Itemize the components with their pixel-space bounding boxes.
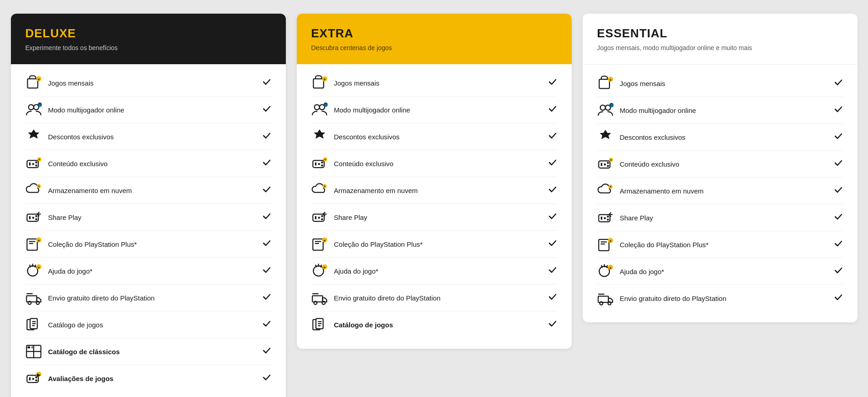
icon-shareplay <box>25 209 42 225</box>
icon-shipping <box>311 290 328 306</box>
icon-exclusive-content: + <box>25 155 42 172</box>
svg-point-52 <box>35 379 37 382</box>
svg-text:+: + <box>323 239 325 243</box>
feature-row: Catálogo de jogos <box>25 311 271 338</box>
svg-point-90 <box>322 301 325 305</box>
svg-rect-78 <box>315 241 321 242</box>
icon-catalog <box>25 316 42 333</box>
feature-row: Catálogo de jogos <box>311 311 557 338</box>
card-header-essential: ESSENTIALJogos mensais, modo multijogado… <box>583 14 858 65</box>
feature-row: Envio gratuito direto do PlayStation <box>311 285 557 311</box>
svg-point-76 <box>321 218 323 220</box>
feature-label: Armazenamento em nuvem <box>334 187 418 194</box>
svg-rect-79 <box>315 243 319 244</box>
feature-left: + Conteúdo exclusivo <box>25 155 108 172</box>
check-icon <box>834 266 843 277</box>
plan-title-deluxe: DELUXE <box>25 26 271 41</box>
svg-point-132 <box>599 302 603 305</box>
feature-left: Envio gratuito direto do PlayStation <box>311 290 441 306</box>
svg-point-82 <box>313 266 324 276</box>
feature-label: Modo multijogador online <box>48 106 125 114</box>
feature-row: + Jogos mensais <box>311 70 557 97</box>
check-icon <box>262 265 271 277</box>
check-icon <box>834 239 843 250</box>
feature-label: Conteúdo exclusivo <box>48 160 108 168</box>
feature-left: 🌐 Modo multijogador online <box>25 102 125 118</box>
feature-label: Envio gratuito direto do PlayStation <box>48 294 155 302</box>
card-header-extra: EXTRADescubra centenas de jogos <box>297 14 572 64</box>
check-icon <box>548 185 557 196</box>
check-icon <box>262 239 271 250</box>
feature-row: + Conteúdo exclusivo <box>597 151 843 178</box>
feature-left: + Ajuda do jogo* <box>597 263 665 280</box>
icon-shipping <box>25 290 42 306</box>
svg-point-110 <box>607 165 609 167</box>
check-icon <box>548 104 557 116</box>
check-icon <box>548 292 557 304</box>
icon-shareplay <box>311 209 328 225</box>
svg-rect-18 <box>29 216 30 219</box>
svg-rect-107 <box>600 163 602 166</box>
feature-left: + Jogos mensais <box>311 75 380 91</box>
svg-rect-131 <box>598 296 609 303</box>
feature-label: Conteúdo exclusivo <box>334 160 394 168</box>
svg-point-74 <box>318 217 320 219</box>
check-icon <box>262 373 271 384</box>
svg-text:▶: ▶ <box>37 372 41 377</box>
svg-point-109 <box>607 162 609 164</box>
svg-rect-23 <box>29 241 35 242</box>
feature-row: Share Play <box>597 204 843 231</box>
cards-container: DELUXEExperimente todos os benefícios + … <box>11 14 858 397</box>
icon-shipping <box>597 290 614 306</box>
svg-text:+: + <box>609 185 611 189</box>
feature-left: + Jogos mensais <box>25 75 94 91</box>
feature-label: Avaliações de jogos <box>48 375 114 382</box>
svg-marker-62 <box>314 129 325 138</box>
feature-row: + Ajuda do jogo* <box>311 258 557 285</box>
svg-text:🌐: 🌐 <box>609 103 614 107</box>
icon-game-help: + <box>597 263 614 280</box>
svg-rect-24 <box>29 243 33 244</box>
feature-label: Share Play <box>48 214 81 221</box>
icon-game-help: + <box>311 263 328 279</box>
icon-multiplayer: 🌐 <box>25 102 42 118</box>
svg-rect-122 <box>600 244 604 244</box>
check-icon <box>262 212 271 223</box>
feature-left: + Jogos mensais <box>597 75 665 92</box>
feature-row: Share Play <box>311 204 557 231</box>
svg-point-108 <box>604 163 606 166</box>
svg-point-118 <box>607 216 609 218</box>
svg-rect-47 <box>31 346 32 349</box>
feature-row: Descontos exclusivos <box>311 123 557 150</box>
feature-row: Catálogo de clássicos <box>25 338 271 365</box>
feature-label: Armazenamento em nuvem <box>620 187 704 195</box>
icon-discounts <box>25 128 42 145</box>
svg-rect-77 <box>313 239 323 250</box>
icon-exclusive-content: + <box>311 155 328 172</box>
check-icon <box>834 78 843 89</box>
check-icon <box>262 185 271 196</box>
check-icon <box>834 212 843 224</box>
feature-label: Jogos mensais <box>334 79 380 87</box>
svg-point-20 <box>35 215 37 218</box>
check-icon <box>262 319 271 331</box>
icon-game-help: + <box>25 263 42 279</box>
svg-rect-22 <box>27 239 37 250</box>
svg-text:🌐: 🌐 <box>38 103 42 107</box>
plan-subtitle-extra: Descubra centenas de jogos <box>311 44 557 51</box>
svg-text:+: + <box>324 158 326 162</box>
feature-left: + Ajuda do jogo* <box>311 263 379 279</box>
feature-left: ▶ Avaliações de jogos <box>25 370 114 387</box>
feature-left: + Conteúdo exclusivo <box>311 155 394 172</box>
feature-left: Descontos exclusivos <box>25 128 114 145</box>
svg-text:+: + <box>323 184 325 188</box>
plan-title-essential: ESSENTIAL <box>597 26 843 41</box>
svg-point-11 <box>35 162 37 164</box>
icon-multiplayer: 🌐 <box>311 102 328 118</box>
svg-text:+: + <box>37 77 40 82</box>
svg-text:+: + <box>37 265 40 270</box>
svg-marker-105 <box>599 130 611 139</box>
svg-text:+: + <box>609 266 611 270</box>
icon-monthly-games: + <box>597 75 614 92</box>
icon-discounts <box>597 129 614 145</box>
